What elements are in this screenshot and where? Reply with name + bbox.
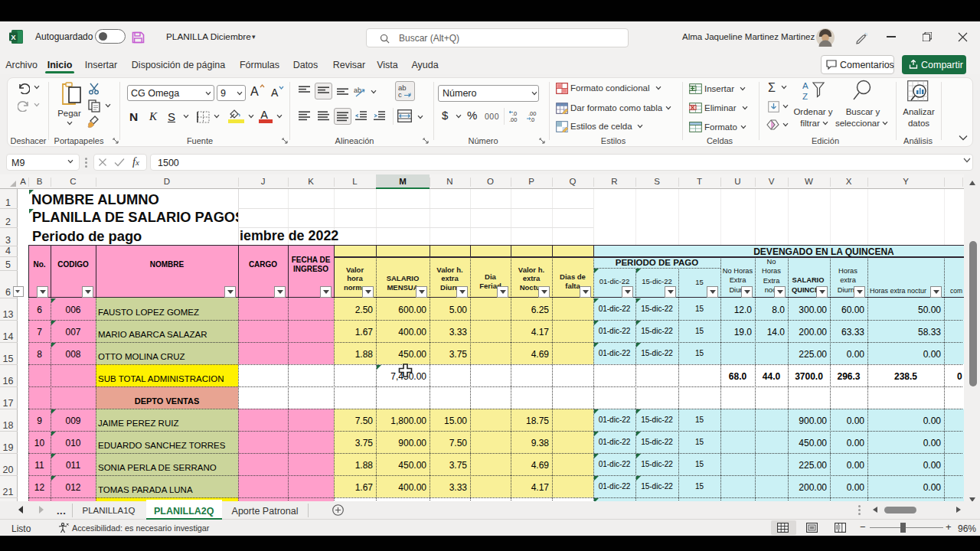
svg-text:c: c <box>398 90 402 99</box>
svg-text:A: A <box>802 81 808 90</box>
svg-text:.00: .00 <box>509 116 517 122</box>
svg-text:.0: .0 <box>530 116 534 122</box>
svg-text:X: X <box>11 33 16 41</box>
svg-text:Z: Z <box>802 92 808 101</box>
